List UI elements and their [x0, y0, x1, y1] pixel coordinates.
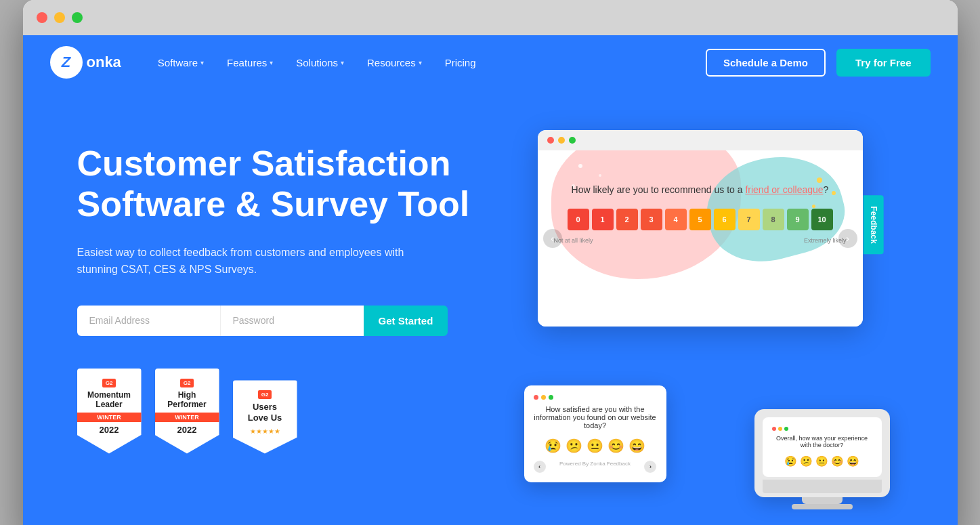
- nps-labels: Not at all likely Extremely likely: [538, 237, 863, 257]
- tablet-base: [754, 504, 890, 509]
- close-button[interactable]: [37, 12, 47, 23]
- tablet-minimize-dot: [778, 427, 782, 431]
- tablet-emoji-row: 😢 😕 😐 😊 😄: [772, 455, 872, 467]
- nav-links: Software ▾ Features ▾ Solutions ▾ Resour…: [148, 51, 706, 74]
- nps-1[interactable]: 1: [592, 209, 614, 230]
- navbar: Z onka Software ▾ Features ▾ Solutions ▾: [23, 35, 958, 89]
- emoji-5: 😄: [629, 438, 645, 454]
- logo-circle: Z: [50, 46, 83, 79]
- get-started-button[interactable]: Get Started: [364, 306, 448, 336]
- g2-label-1: G2: [102, 379, 116, 387]
- nav-solutions[interactable]: Solutions ▾: [286, 51, 354, 74]
- small-card-titlebar: [534, 395, 657, 400]
- tablet-question: Overall, how was your experience with th…: [772, 435, 872, 448]
- g2-label-3: G2: [258, 390, 272, 399]
- tablet-emoji-2: 😕: [800, 455, 813, 467]
- nav-right: Schedule a Demo Try for Free: [706, 49, 931, 77]
- nps-6[interactable]: 6: [714, 209, 736, 230]
- schedule-demo-button[interactable]: Schedule a Demo: [706, 49, 826, 77]
- card-titlebar: [538, 130, 863, 150]
- small-survey-left: How satisfied are you with the informati…: [524, 385, 666, 482]
- small-nav: ‹ Powered By Zonka Feedback ›: [534, 461, 657, 473]
- tablet-emoji-3: 😐: [815, 455, 828, 467]
- badge-line1-2: High: [163, 390, 211, 400]
- nps-9[interactable]: 9: [787, 209, 809, 230]
- minimize-button[interactable]: [54, 12, 65, 23]
- highlight-text: friend or colleague: [745, 184, 823, 195]
- small-survey-right: Overall, how was your experience with th…: [754, 409, 890, 509]
- signup-form: Get Started: [77, 306, 443, 336]
- hero-section: Customer Satisfaction Software & Survey …: [23, 89, 958, 525]
- nps-7[interactable]: 7: [738, 209, 760, 230]
- tablet-stand: [754, 497, 890, 504]
- small-next-button[interactable]: ›: [644, 461, 656, 473]
- feedback-tab[interactable]: Feedback: [864, 195, 884, 254]
- nav-software[interactable]: Software ▾: [148, 51, 213, 74]
- nps-5[interactable]: 5: [689, 209, 711, 230]
- badge-year-1: 2022: [85, 425, 133, 435]
- logo-letter: Z: [62, 54, 70, 71]
- nav-features[interactable]: Features ▾: [217, 51, 282, 74]
- nps-10[interactable]: 10: [811, 209, 833, 230]
- browser-content: Z onka Software ▾ Features ▾ Solutions ▾: [23, 35, 958, 525]
- nps-8[interactable]: 8: [763, 209, 784, 230]
- hero-right: How likely are you to recommend us to a …: [497, 130, 917, 509]
- prev-button[interactable]: ‹: [543, 229, 562, 248]
- try-for-free-button[interactable]: Try for Free: [836, 49, 931, 77]
- emoji-row-left: 😢 😕 😐 😊 😄: [534, 438, 657, 454]
- nps-2[interactable]: 2: [616, 209, 638, 230]
- card-close-dot: [547, 137, 554, 144]
- logo-text: onka: [87, 54, 121, 71]
- card-body: How likely are you to recommend us to a …: [538, 150, 863, 327]
- badge-line2-2: Performer: [163, 400, 211, 409]
- card-maximize-dot: [569, 137, 576, 144]
- hero-left: Customer Satisfaction Software & Survey …: [77, 130, 470, 454]
- g2-label-2: G2: [180, 379, 194, 387]
- chevron-down-icon: ▾: [270, 59, 273, 66]
- nps-0[interactable]: 0: [568, 209, 589, 230]
- badge-high-performer: G2 High Performer WINTER 2022: [155, 369, 219, 454]
- badge-momentum-leader: G2 Momentum Leader WINTER 2022: [77, 369, 142, 454]
- card-minimize-dot: [558, 137, 565, 144]
- browser-window: Z onka Software ▾ Features ▾ Solutions ▾: [23, 0, 958, 525]
- nav-resources[interactable]: Resources ▾: [358, 51, 431, 74]
- password-input[interactable]: [220, 306, 364, 336]
- badges-section: G2 Momentum Leader WINTER 2022 G2 High P…: [77, 369, 470, 454]
- badge-banner-1: WINTER: [77, 413, 142, 422]
- chevron-down-icon: ▾: [200, 59, 204, 66]
- nps-4[interactable]: 4: [665, 209, 687, 230]
- hero-subtitle: Easiest way to collect feedback from cus…: [77, 244, 429, 278]
- email-input[interactable]: [77, 306, 220, 336]
- tablet-emoji-5: 😄: [847, 455, 859, 467]
- small-prev-button[interactable]: ‹: [534, 461, 546, 473]
- next-button[interactable]: ›: [838, 229, 857, 248]
- nav-pricing[interactable]: Pricing: [435, 51, 486, 74]
- browser-titlebar: [23, 0, 958, 35]
- nps-3[interactable]: 3: [641, 209, 662, 230]
- badge-line1-3: Users: [241, 402, 289, 413]
- tablet-titlebar: [772, 427, 872, 431]
- small-maximize-dot: [549, 395, 553, 400]
- emoji-3: 😐: [587, 438, 603, 454]
- tablet-maximize-dot: [784, 427, 788, 431]
- nps-scale: 0 1 2 3 4 5 6 7 8 9 10: [538, 209, 863, 237]
- main-survey-card: How likely are you to recommend us to a …: [538, 130, 863, 327]
- badge-banner-2: WINTER: [155, 413, 219, 422]
- small-question-left: How satisfied are you with the informati…: [534, 405, 657, 429]
- badge-users-love-us: G2 Users Love Us ★★★★★: [233, 380, 297, 453]
- small-close-dot: [534, 395, 538, 400]
- tablet-stand-base: [763, 480, 882, 493]
- tablet-emoji-4: 😊: [831, 455, 844, 467]
- logo[interactable]: Z onka: [50, 46, 121, 79]
- badge-line1-1: Momentum: [85, 390, 133, 400]
- chevron-down-icon: ▾: [341, 59, 344, 66]
- small-minimize-dot: [541, 395, 546, 400]
- emoji-4: 😊: [608, 438, 624, 454]
- survey-question: How likely are you to recommend us to a …: [538, 150, 863, 209]
- powered-by: Powered By Zonka Feedback: [559, 461, 631, 473]
- tablet-close-dot: [772, 427, 776, 431]
- maximize-button[interactable]: [72, 12, 83, 23]
- badge-year-2: 2022: [163, 425, 211, 435]
- emoji-1: 😢: [545, 438, 561, 454]
- chevron-down-icon: ▾: [419, 59, 422, 66]
